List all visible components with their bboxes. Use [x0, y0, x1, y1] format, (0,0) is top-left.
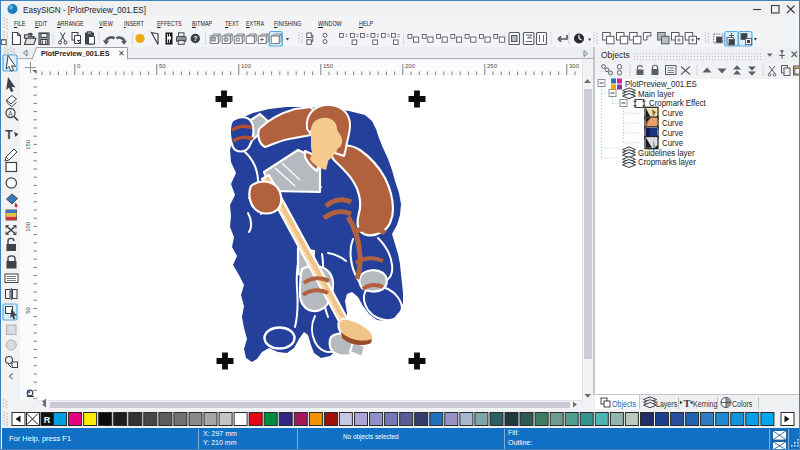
svg-text:150: 150 [25, 139, 31, 150]
svg-text:0: 0 [77, 63, 81, 69]
svg-text:300: 300 [569, 63, 580, 69]
svg-text:R: R [44, 415, 51, 425]
svg-text:250: 250 [487, 63, 498, 69]
svg-text:50: 50 [25, 306, 31, 313]
svg-text:100: 100 [241, 63, 252, 69]
svg-text:150: 150 [323, 63, 334, 69]
svg-text:A: A [8, 110, 13, 117]
svg-text:200: 200 [405, 63, 416, 69]
svg-text:100: 100 [25, 221, 31, 232]
svg-text:T: T [5, 128, 13, 142]
svg-text:?: ? [193, 35, 197, 42]
svg-text:50: 50 [159, 63, 166, 69]
svg-text:T: T [684, 398, 691, 409]
